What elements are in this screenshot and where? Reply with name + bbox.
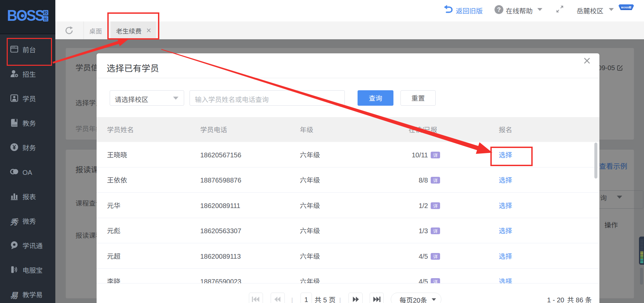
svg-text:?: ? xyxy=(497,6,501,13)
